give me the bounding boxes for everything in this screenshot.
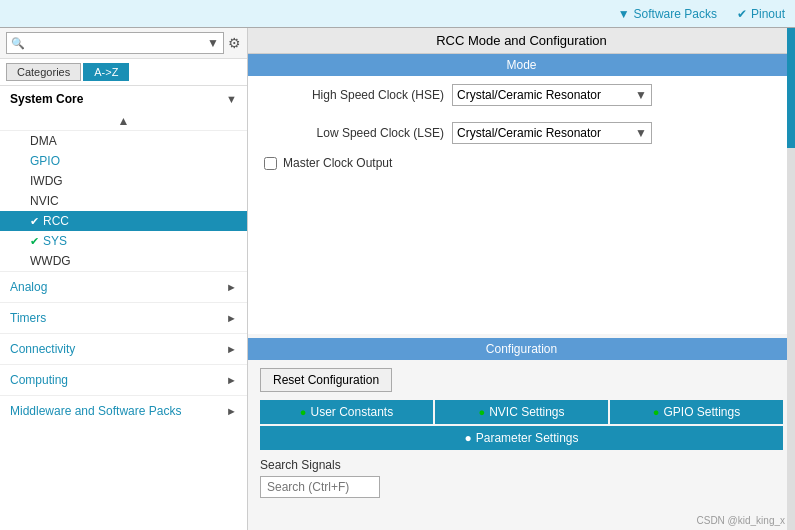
master-clock-checkbox[interactable] (264, 157, 277, 170)
config-section: Configuration Reset Configuration ● User… (248, 338, 795, 506)
config-header: Configuration (248, 338, 795, 360)
middleware-header[interactable]: Middleware and Software Packs ► (0, 395, 247, 426)
software-packs-btn[interactable]: ▼ Software Packs (618, 7, 717, 21)
config-tabs-row2: ● Parameter Settings (260, 426, 783, 450)
system-core-header[interactable]: System Core ▼ (0, 86, 247, 112)
sys-check-icon: ✔ (30, 235, 39, 248)
main-container: 🔍 ▼ ⚙ Categories A->Z System Core ▼ ▲ DM… (0, 28, 795, 530)
hse-select-arrow: ▼ (635, 88, 647, 102)
hse-select[interactable]: Crystal/Ceramic Resonator ▼ (452, 84, 652, 106)
nvic-label: NVIC (30, 194, 59, 208)
pinout-btn[interactable]: ✔ Pinout (737, 7, 785, 21)
gpio-settings-check-icon: ● (653, 406, 660, 418)
master-clock-row: Master Clock Output (248, 152, 795, 174)
pinout-label: Pinout (751, 7, 785, 21)
top-bar: ▼ Software Packs ✔ Pinout (0, 0, 795, 28)
reset-config-button[interactable]: Reset Configuration (260, 368, 392, 392)
analog-header[interactable]: Analog ► (0, 271, 247, 302)
software-packs-chevron: ▼ (618, 7, 630, 21)
nvic-settings-label: NVIC Settings (489, 405, 564, 419)
hse-row: High Speed Clock (HSE) Crystal/Ceramic R… (248, 76, 795, 114)
rcc-label: RCC (43, 214, 69, 228)
config-body: Reset Configuration ● User Constants ● N… (248, 360, 795, 506)
dma-label: DMA (30, 134, 57, 148)
search-box[interactable]: 🔍 ▼ (6, 32, 224, 54)
connectivity-label: Connectivity (10, 342, 75, 356)
search-signals-input[interactable] (260, 476, 380, 498)
tab-categories[interactable]: Categories (6, 63, 81, 81)
lse-label: Low Speed Clock (LSE) (264, 126, 444, 140)
analog-label: Analog (10, 280, 47, 294)
software-packs-label: Software Packs (634, 7, 717, 21)
tab-atoz[interactable]: A->Z (83, 63, 129, 81)
right-panel: RCC Mode and Configuration Mode High Spe… (248, 28, 795, 530)
sidebar-search-row: 🔍 ▼ ⚙ (0, 28, 247, 59)
computing-label: Computing (10, 373, 68, 387)
watermark: CSDN @kid_king_x (696, 515, 785, 526)
hse-value: Crystal/Ceramic Resonator (457, 88, 601, 102)
scroll-up-btn[interactable]: ▲ (0, 112, 247, 131)
analog-chevron: ► (226, 281, 237, 293)
master-clock-label: Master Clock Output (283, 156, 392, 170)
mode-section: Mode High Speed Clock (HSE) Crystal/Cera… (248, 54, 795, 334)
tab-user-constants[interactable]: ● User Constants (260, 400, 433, 424)
user-constants-label: User Constants (310, 405, 393, 419)
tab-nvic-settings[interactable]: ● NVIC Settings (435, 400, 608, 424)
mode-header: Mode (248, 54, 795, 76)
user-constants-check-icon: ● (300, 406, 307, 418)
connectivity-header[interactable]: Connectivity ► (0, 333, 247, 364)
lse-select-arrow: ▼ (635, 126, 647, 140)
sidebar-item-gpio[interactable]: GPIO (0, 151, 247, 171)
tab-gpio-settings[interactable]: ● GPIO Settings (610, 400, 783, 424)
middleware-chevron: ► (226, 405, 237, 417)
lse-value: Crystal/Ceramic Resonator (457, 126, 601, 140)
lse-select[interactable]: Crystal/Ceramic Resonator ▼ (452, 122, 652, 144)
timers-label: Timers (10, 311, 46, 325)
sidebar-item-wwdg[interactable]: WWDG (0, 251, 247, 271)
sidebar-item-nvic[interactable]: NVIC (0, 191, 247, 211)
mode-empty-space (248, 174, 795, 324)
timers-chevron: ► (226, 312, 237, 324)
computing-chevron: ► (226, 374, 237, 386)
search-input[interactable] (25, 37, 205, 49)
nvic-settings-check-icon: ● (478, 406, 485, 418)
system-core-chevron: ▼ (226, 93, 237, 105)
sidebar-item-iwdg[interactable]: IWDG (0, 171, 247, 191)
gpio-label: GPIO (30, 154, 60, 168)
search-icon: 🔍 (11, 37, 25, 50)
panel-title: RCC Mode and Configuration (248, 28, 795, 54)
sys-label: SYS (43, 234, 67, 248)
right-scrollbar[interactable] (787, 28, 795, 530)
search-signals-label: Search Signals (260, 458, 783, 472)
computing-header[interactable]: Computing ► (0, 364, 247, 395)
wwdg-label: WWDG (30, 254, 71, 268)
sidebar-item-rcc[interactable]: ✔ RCC (0, 211, 247, 231)
parameter-settings-label: Parameter Settings (476, 431, 579, 445)
parameter-settings-check-icon: ● (465, 431, 472, 445)
config-tabs-row1: ● User Constants ● NVIC Settings ● GPIO … (260, 400, 783, 424)
search-dropdown-icon[interactable]: ▼ (207, 36, 219, 50)
tab-parameter-settings[interactable]: ● Parameter Settings (260, 426, 783, 450)
system-core-label: System Core (10, 92, 83, 106)
hse-label: High Speed Clock (HSE) (264, 88, 444, 102)
sidebar-item-sys[interactable]: ✔ SYS (0, 231, 247, 251)
timers-header[interactable]: Timers ► (0, 302, 247, 333)
category-tabs: Categories A->Z (0, 59, 247, 86)
gear-icon[interactable]: ⚙ (228, 35, 241, 51)
sidebar-item-dma[interactable]: DMA (0, 131, 247, 151)
lse-row: Low Speed Clock (LSE) Crystal/Ceramic Re… (248, 114, 795, 152)
sidebar: 🔍 ▼ ⚙ Categories A->Z System Core ▼ ▲ DM… (0, 28, 248, 530)
iwdg-label: IWDG (30, 174, 63, 188)
pinout-check-icon: ✔ (737, 7, 747, 21)
system-core-section: System Core ▼ ▲ DMA GPIO IWDG NVIC ✔ RCC… (0, 86, 247, 271)
scrollbar-thumb[interactable] (787, 28, 795, 148)
rcc-check-icon: ✔ (30, 215, 39, 228)
middleware-label: Middleware and Software Packs (10, 404, 181, 418)
gpio-settings-label: GPIO Settings (663, 405, 740, 419)
connectivity-chevron: ► (226, 343, 237, 355)
